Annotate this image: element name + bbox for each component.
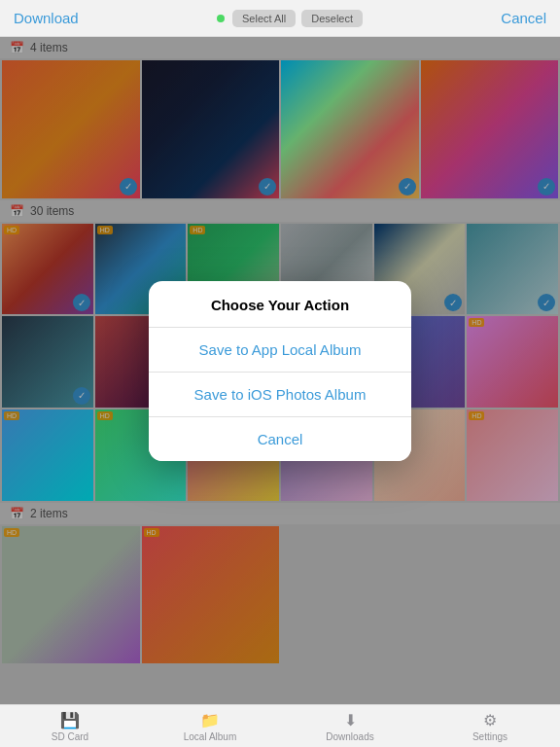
action-sheet-title: Choose Your Action <box>149 281 411 328</box>
tab-downloads[interactable]: ⬇ Downloads <box>280 711 420 742</box>
save-local-album-button[interactable]: Save to App Local Album <box>149 328 411 373</box>
tab-sd-card[interactable]: 💾 SD Card <box>0 711 140 742</box>
download-label: Download <box>14 10 79 26</box>
downloads-icon: ⬇ <box>344 711 357 729</box>
tab-downloads-label: Downloads <box>326 731 373 742</box>
action-sheet-cancel-button[interactable]: Cancel <box>149 417 411 461</box>
top-bar: Download Select All Deselect Cancel <box>0 0 560 37</box>
tab-settings[interactable]: ⚙ Settings <box>420 711 560 742</box>
tab-local-album[interactable]: 📁 Local Album <box>140 711 280 742</box>
status-dot <box>217 15 225 22</box>
local-album-icon: 📁 <box>200 711 220 729</box>
tab-bar: 💾 SD Card 📁 Local Album ⬇ Downloads ⚙ Se… <box>0 704 560 747</box>
tab-local-album-label: Local Album <box>184 731 236 742</box>
modal-overlay: Choose Your Action Save to App Local Alb… <box>0 37 560 704</box>
main-content: 📅 4 items ✓ ✓ ✓ ✓ 📅 30 items HD ✓ HD ✓ H… <box>0 37 560 704</box>
save-ios-photos-button[interactable]: Save to iOS Photos Album <box>149 373 411 417</box>
tab-settings-label: Settings <box>472 731 508 742</box>
deselect-button[interactable]: Deselect <box>301 10 363 27</box>
cancel-top-button[interactable]: Cancel <box>501 10 546 26</box>
tab-sd-card-label: SD Card <box>52 731 88 742</box>
settings-icon: ⚙ <box>483 711 497 729</box>
select-all-button[interactable]: Select All <box>232 10 296 27</box>
sd-card-icon: 💾 <box>60 711 80 729</box>
action-sheet: Choose Your Action Save to App Local Alb… <box>149 281 411 461</box>
top-bar-center: Select All Deselect <box>217 10 363 27</box>
status-indicator <box>217 10 227 27</box>
